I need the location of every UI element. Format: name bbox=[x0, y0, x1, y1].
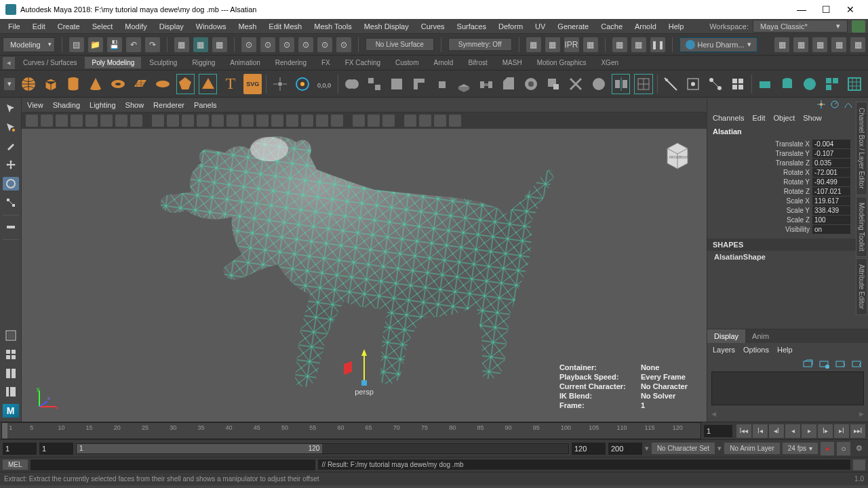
render-view-icon[interactable]: ▦ bbox=[526, 37, 541, 52]
redo-icon[interactable]: ↷ bbox=[145, 37, 160, 52]
viewport-canvas[interactable]: FRONT RIGHT y x z persp Container:None bbox=[22, 129, 707, 422]
toggle-panel-icon[interactable]: ▦ bbox=[631, 37, 646, 52]
vp-ao-icon[interactable] bbox=[241, 115, 254, 127]
render-settings-icon[interactable]: ▦ bbox=[583, 37, 598, 52]
menu-create[interactable]: Create bbox=[52, 21, 85, 32]
vp-film-gate-icon[interactable] bbox=[85, 115, 98, 127]
layout-single-icon[interactable] bbox=[3, 329, 19, 342]
attr-sy-label[interactable]: Scale Y bbox=[787, 207, 812, 214]
rotate-tool[interactable] bbox=[3, 177, 19, 190]
ipr-icon[interactable]: IPR bbox=[564, 37, 579, 52]
layer-tab-anim[interactable]: Anim bbox=[745, 329, 776, 343]
snap-plane-icon[interactable]: ⊙ bbox=[298, 37, 313, 52]
menu-windows[interactable]: Windows bbox=[191, 21, 232, 32]
target-weld-icon[interactable] bbox=[684, 74, 703, 94]
shelf-tab-custom[interactable]: Custom bbox=[389, 57, 425, 68]
layout-four-icon[interactable] bbox=[3, 348, 19, 361]
select-hier-icon[interactable]: ▦ bbox=[193, 37, 208, 52]
step-back-button[interactable]: ◂I bbox=[769, 424, 784, 438]
attr-sy-value[interactable]: 338.439 bbox=[812, 206, 850, 215]
panel-toggle-3-icon[interactable]: ▦ bbox=[812, 37, 827, 52]
account-button[interactable]: Heru Dharm...▾ bbox=[679, 37, 757, 52]
character-set-dropdown[interactable]: No Character Set bbox=[652, 443, 715, 454]
layer-new-selected-icon[interactable] bbox=[803, 359, 814, 369]
snap-live-icon[interactable]: ⊙ bbox=[336, 37, 351, 52]
separate-icon[interactable] bbox=[365, 74, 383, 94]
lasso-tool[interactable] bbox=[3, 121, 19, 134]
vp-menu-renderer[interactable]: Renderer bbox=[153, 101, 184, 109]
uv-auto-icon[interactable] bbox=[823, 74, 842, 94]
attr-vis-label[interactable]: Visibility bbox=[785, 226, 812, 233]
menu-surfaces[interactable]: Surfaces bbox=[452, 21, 492, 32]
menu-uv[interactable]: UV bbox=[530, 21, 551, 32]
menu-generate[interactable]: Generate bbox=[552, 21, 594, 32]
go-end-button[interactable]: ▸▸I bbox=[850, 424, 865, 438]
side-tab-modeling-toolkit[interactable]: Modeling Toolkit bbox=[856, 197, 867, 258]
panel-toggle-4-icon[interactable]: ▦ bbox=[831, 37, 846, 52]
chan-menu-channels[interactable]: Channels bbox=[713, 114, 744, 122]
attr-ty-label[interactable]: Translate Y bbox=[775, 150, 812, 157]
chan-menu-edit[interactable]: Edit bbox=[752, 114, 765, 122]
vp-dof-icon[interactable] bbox=[286, 115, 298, 127]
combine-icon[interactable] bbox=[342, 74, 361, 94]
layer-scroll-right[interactable]: ▸ bbox=[859, 408, 864, 419]
shelf-tab-rendering[interactable]: Rendering bbox=[269, 57, 313, 68]
minimize-button[interactable]: — bbox=[789, 0, 814, 19]
attr-tz-label[interactable]: Translate Z bbox=[776, 159, 812, 167]
layer-tab-display[interactable]: Display bbox=[707, 329, 745, 343]
attr-rx-value[interactable]: -72.001 bbox=[812, 168, 850, 177]
vp-snap-icon[interactable] bbox=[434, 115, 446, 127]
vp-view-transform-icon[interactable] bbox=[382, 115, 395, 127]
vp-menu-shading[interactable]: Shading bbox=[53, 101, 80, 109]
symmetry-dropdown[interactable]: Symmetry: Off bbox=[448, 38, 512, 51]
snap-point-icon[interactable]: ⊙ bbox=[279, 37, 294, 52]
shape-name[interactable]: AlsatianShape bbox=[707, 251, 868, 263]
shelf-tab-rigging[interactable]: Rigging bbox=[185, 57, 222, 68]
layer-move-up-icon[interactable] bbox=[835, 359, 846, 369]
panel-toggle-2-icon[interactable]: ▦ bbox=[793, 37, 808, 52]
vp-motion-blur-icon[interactable] bbox=[256, 115, 269, 127]
connect-icon[interactable] bbox=[707, 74, 725, 94]
chan-menu-show[interactable]: Show bbox=[803, 114, 822, 122]
open-scene-icon[interactable]: 📁 bbox=[88, 37, 103, 52]
panel-toggle-1-icon[interactable]: ▦ bbox=[774, 37, 789, 52]
vp-camera-select-icon[interactable] bbox=[26, 115, 38, 127]
collapse-icon[interactable] bbox=[567, 74, 585, 94]
vp-xray-joints-icon[interactable] bbox=[331, 115, 343, 127]
select-mode-icon[interactable]: ▦ bbox=[174, 37, 189, 52]
chan-menu-object[interactable]: Object bbox=[773, 114, 795, 122]
range-end-inner[interactable]: 120 bbox=[572, 443, 606, 455]
attr-sz-value[interactable]: 100 bbox=[812, 216, 850, 224]
uv-planar-icon[interactable] bbox=[756, 74, 774, 94]
last-tool[interactable] bbox=[3, 220, 19, 234]
shelf-tab-sculpting[interactable]: Sculpting bbox=[142, 57, 184, 68]
menu-mesh-tools[interactable]: Mesh Tools bbox=[309, 21, 357, 32]
vp-menu-lighting[interactable]: Lighting bbox=[90, 101, 116, 109]
layer-move-down-icon[interactable] bbox=[852, 359, 863, 369]
vp-gate-mask-icon[interactable] bbox=[115, 115, 127, 127]
snap-curve-icon[interactable]: ⊙ bbox=[260, 37, 275, 52]
subdiv-icon[interactable] bbox=[634, 74, 652, 94]
shelf-tab-bifrost[interactable]: Bifrost bbox=[461, 57, 494, 68]
vp-shaded-icon[interactable] bbox=[182, 115, 194, 127]
attr-rx-label[interactable]: Rotate X bbox=[783, 169, 812, 176]
side-tab-attribute-editor[interactable]: Attribute Editor bbox=[856, 258, 867, 315]
shelf-tab-xgen[interactable]: XGen bbox=[594, 57, 625, 68]
lock-icon[interactable] bbox=[852, 20, 865, 33]
vp-menu-show[interactable]: Show bbox=[125, 101, 144, 109]
shelf-options-icon[interactable]: ▾ bbox=[4, 78, 15, 90]
layer-scroll-left[interactable]: ◂ bbox=[711, 408, 716, 419]
range-start-outer[interactable]: 1 bbox=[3, 443, 37, 455]
step-forward-button[interactable]: I▸ bbox=[818, 424, 833, 438]
layout-two-icon[interactable] bbox=[3, 367, 19, 380]
vp-hud-icon[interactable] bbox=[449, 115, 461, 127]
undo-icon[interactable]: ↶ bbox=[126, 37, 141, 52]
soft-select-icon[interactable] bbox=[293, 74, 311, 94]
extrude-icon[interactable] bbox=[455, 74, 473, 94]
live-surface-dropdown[interactable]: No Live Surface bbox=[366, 38, 434, 51]
menu-cache[interactable]: Cache bbox=[595, 21, 628, 32]
new-scene-icon[interactable]: ▤ bbox=[69, 37, 84, 52]
attr-tz-value[interactable]: 0.035 bbox=[812, 159, 850, 167]
vp-shadows-icon[interactable] bbox=[226, 115, 239, 127]
menu-mesh[interactable]: Mesh bbox=[233, 21, 262, 32]
